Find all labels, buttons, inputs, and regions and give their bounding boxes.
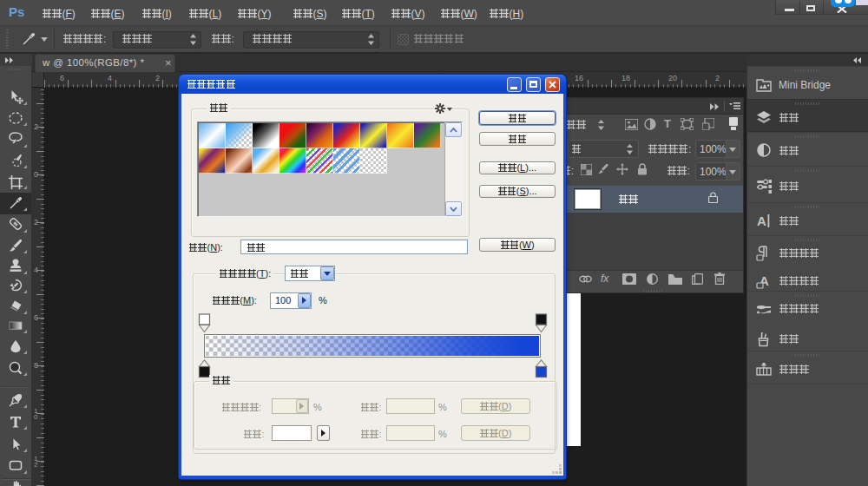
svg-text:A: A <box>757 213 766 228</box>
